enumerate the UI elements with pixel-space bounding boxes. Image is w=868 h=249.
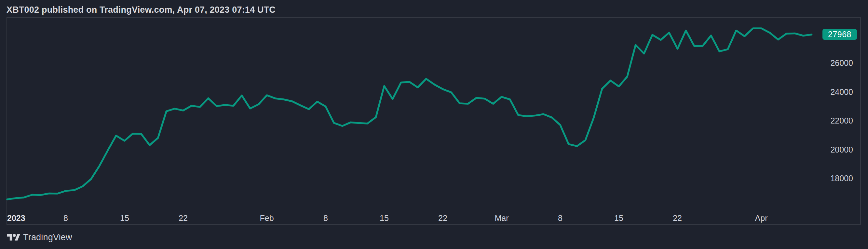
x-tick-label: Apr [755, 214, 768, 223]
x-tick-label: 15 [614, 214, 623, 223]
x-tick-label: 8 [558, 214, 562, 223]
footer-branding[interactable]: TradingView [7, 232, 72, 243]
chart-page: XBT002 published on TradingView.com, Apr… [0, 0, 868, 249]
price-line [7, 28, 812, 199]
y-tick-label: 18000 [804, 174, 853, 183]
tradingview-brand-text[interactable]: TradingView [23, 232, 72, 243]
x-tick-label: 22 [179, 214, 188, 223]
x-tick-label: 15 [380, 214, 389, 223]
y-tick-label: 20000 [804, 145, 853, 154]
y-tick-label: 22000 [804, 116, 853, 125]
x-tick-label: 15 [120, 214, 129, 223]
y-tick-label: 26000 [804, 58, 853, 67]
y-tick-label: 24000 [804, 87, 853, 96]
price-line-chart [0, 0, 868, 249]
tradingview-logo-icon[interactable] [7, 232, 20, 242]
x-tick-label: 22 [673, 214, 682, 223]
last-price-badge: 27968 [823, 29, 857, 40]
x-tick-label: 8 [323, 214, 328, 223]
x-tick-label: 2023 [7, 214, 25, 223]
last-price-value: 27968 [828, 30, 851, 39]
x-tick-label: 22 [438, 214, 447, 223]
tradingview-snapshot-page: { "header": { "title": "XBT002 published… [0, 0, 868, 249]
x-tick-label: 8 [63, 214, 68, 223]
x-tick-label: Mar [495, 214, 508, 223]
x-tick-label: Feb [259, 214, 274, 223]
